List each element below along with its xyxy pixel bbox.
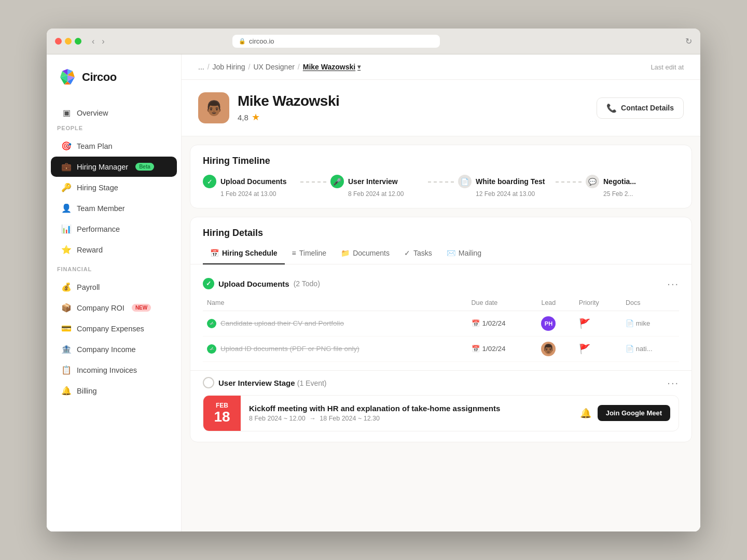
breadcrumb-current[interactable]: Mike Wazowski ▾ [303, 63, 361, 71]
more-options-button[interactable]: ··· [667, 278, 679, 290]
sidebar-item-payroll[interactable]: 💰 Payroll [51, 277, 177, 297]
task-count-badge: (2 Todo) [294, 279, 320, 288]
company-roi-icon: 📦 [61, 303, 72, 313]
task-docs-2: 📄 nati... [621, 336, 679, 361]
circoo-logo [57, 67, 78, 88]
back-button[interactable]: ‹ [90, 36, 96, 47]
stage-more-options-button[interactable]: ··· [667, 377, 679, 389]
event-time-start: 8 Feb 2024 ~ 12.00 [249, 415, 306, 422]
breadcrumb: ... / Job Hiring / UX Designer / Mike Wa… [198, 63, 361, 71]
sidebar-item-team-plan[interactable]: 🎯 Team Plan [51, 136, 177, 156]
profile-left: 👨🏾 Mike Wazowski 4,8 ★ [198, 92, 339, 123]
task-lead-1: PH [537, 311, 574, 336]
tab-documents-label: Documents [353, 249, 390, 257]
phone-icon: 📞 [606, 103, 617, 113]
sidebar-item-team-plan-label: Team Plan [77, 142, 113, 150]
maximize-button[interactable] [75, 38, 81, 45]
task-group-header: ✓ Upload Documents (2 Todo) ··· [203, 273, 679, 296]
breadcrumb-job-hiring[interactable]: Job Hiring [213, 63, 245, 71]
sidebar-item-reward[interactable]: ⭐ Reward [51, 240, 177, 260]
profile-section: 👨🏾 Mike Wazowski 4,8 ★ 📞 Contact Details [182, 80, 700, 136]
tab-hiring-schedule-label: Hiring Schedule [222, 249, 278, 257]
reload-button[interactable]: ↻ [685, 36, 692, 46]
billing-icon: 🔔 [61, 386, 72, 396]
tab-hiring-schedule[interactable]: 📅 Hiring Schedule [203, 245, 285, 264]
tab-documents[interactable]: 📁 Documents [334, 245, 397, 264]
tab-tasks[interactable]: ✓ Tasks [397, 245, 439, 264]
task-name-1: Candidate upload their CV and Portfolio [220, 319, 344, 327]
table-row: ✓ Candidate upload their CV and Portfoli… [203, 311, 679, 336]
bell-icon[interactable]: 🔔 [580, 408, 591, 419]
folder-icon: 📁 [341, 249, 350, 257]
hiring-manager-icon: 💼 [61, 162, 72, 172]
company-income-icon: 🏦 [61, 344, 72, 354]
overview-icon: ▣ [61, 108, 72, 118]
forward-button[interactable]: › [100, 36, 106, 47]
sidebar-item-company-expenses[interactable]: 💳 Company Expenses [51, 318, 177, 339]
task-table: Name Due date Lead Priority Docs [203, 296, 679, 362]
timeline-dots-3 [556, 181, 582, 183]
tab-timeline-label: Timeline [299, 249, 326, 257]
task-name-cell-2: ✓ Upload ID documents (PDF or PNG file o… [203, 336, 467, 361]
breadcrumb-ux-designer[interactable]: UX Designer [253, 63, 294, 71]
task-due-date-2: 📅 1/02/24 [467, 336, 537, 361]
calendar-icon-2: 📅 [472, 345, 480, 353]
contact-details-button[interactable]: 📞 Contact Details [597, 97, 684, 119]
sidebar-item-overview-label: Overview [77, 109, 108, 117]
tab-mailing[interactable]: ✉️ Mailing [439, 245, 489, 264]
event-date-block: Feb 18 [203, 396, 241, 431]
timeline-step-whiteboard: 📄 White boarding Test 12 Feb 2024 at 13.… [458, 175, 551, 198]
payroll-icon: 💰 [61, 282, 72, 292]
performance-icon: 📊 [61, 224, 72, 234]
timeline-step-negotiation: 💬 Negotia... 25 Feb 2... [586, 175, 679, 198]
step-date-whiteboard: 12 Feb 2024 at 13.00 [476, 190, 535, 198]
join-google-meet-button[interactable]: Join Google Meet [598, 405, 670, 421]
sidebar-item-incoming-invoices[interactable]: 📋 Incoming Invoices [51, 360, 177, 380]
main-content: ... / Job Hiring / UX Designer / Mike Wa… [182, 54, 700, 531]
sidebar-item-overview[interactable]: ▣ Overview [51, 103, 177, 123]
hiring-timeline-title: Hiring Timeline [190, 145, 691, 175]
col-priority: Priority [575, 296, 621, 311]
hiring-stage-icon: 🔑 [61, 183, 72, 192]
sidebar-item-hiring-manager-label: Hiring Manager [77, 163, 128, 171]
sidebar-item-performance-label: Performance [77, 225, 120, 233]
task-docs-1: 📄 mike [621, 311, 679, 336]
event-day: 18 [212, 409, 232, 425]
lock-icon: 🔒 [239, 38, 246, 45]
breadcrumb-ellipsis[interactable]: ... [198, 63, 204, 71]
sidebar-item-incoming-invoices-label: Incoming Invoices [77, 366, 137, 374]
stage-name: User Interview Stage (1 Event) [218, 379, 327, 387]
timeline-step-user-interview: 🎤 User Interview 8 Feb 2024 at 12.00 [330, 175, 424, 198]
close-button[interactable] [55, 38, 62, 45]
sidebar-item-company-roi-label: Company ROI [77, 304, 125, 312]
doc-icon-2: 📄 nati... [626, 345, 652, 353]
sidebar-item-hiring-stage[interactable]: 🔑 Hiring Stage [51, 177, 177, 198]
sidebar-item-hiring-manager[interactable]: 💼 Hiring Manager Beta [51, 157, 177, 177]
team-plan-icon: 🎯 [61, 141, 72, 151]
page-header: ... / Job Hiring / UX Designer / Mike Wa… [182, 54, 700, 80]
task-name-cell-1: ✓ Candidate upload their CV and Portfoli… [203, 311, 467, 336]
stage-toggle[interactable]: User Interview Stage (1 Event) [203, 377, 327, 388]
sidebar-item-billing[interactable]: 🔔 Billing [51, 381, 177, 401]
minimize-button[interactable] [65, 38, 72, 45]
sidebar-item-performance[interactable]: 📊 Performance [51, 219, 177, 239]
col-docs: Docs [621, 296, 679, 311]
sidebar-item-team-member[interactable]: 👤 Team Member [51, 198, 177, 218]
tabs-row: 📅 Hiring Schedule ≡ Timeline 📁 Documents… [190, 239, 691, 264]
upload-documents-group: ✓ Upload Documents (2 Todo) ··· Name Due… [190, 264, 691, 370]
sidebar-item-company-roi[interactable]: 📦 Company ROI NEW [51, 298, 177, 318]
timeline-dots-2 [428, 181, 454, 183]
chevron-down-icon: ▾ [357, 63, 361, 71]
sidebar: Circoo ▣ Overview PEOPLE 🎯 Team Plan 💼 H… [47, 54, 182, 531]
arrow-icon: → [309, 415, 316, 422]
address-bar[interactable]: 🔒 circoo.io [232, 35, 440, 48]
task-priority-2: 🚩 [575, 336, 621, 361]
col-lead: Lead [537, 296, 574, 311]
toggle-circle [203, 377, 214, 388]
step-date-interview: 8 Feb 2024 at 12.00 [348, 190, 404, 198]
traffic-lights [55, 38, 81, 45]
calendar-icon: 📅 [210, 249, 219, 257]
sidebar-item-company-income[interactable]: 🏦 Company Income [51, 339, 177, 359]
tab-timeline[interactable]: ≡ Timeline [285, 245, 334, 264]
doc-icon-1: 📄 mike [626, 319, 650, 327]
